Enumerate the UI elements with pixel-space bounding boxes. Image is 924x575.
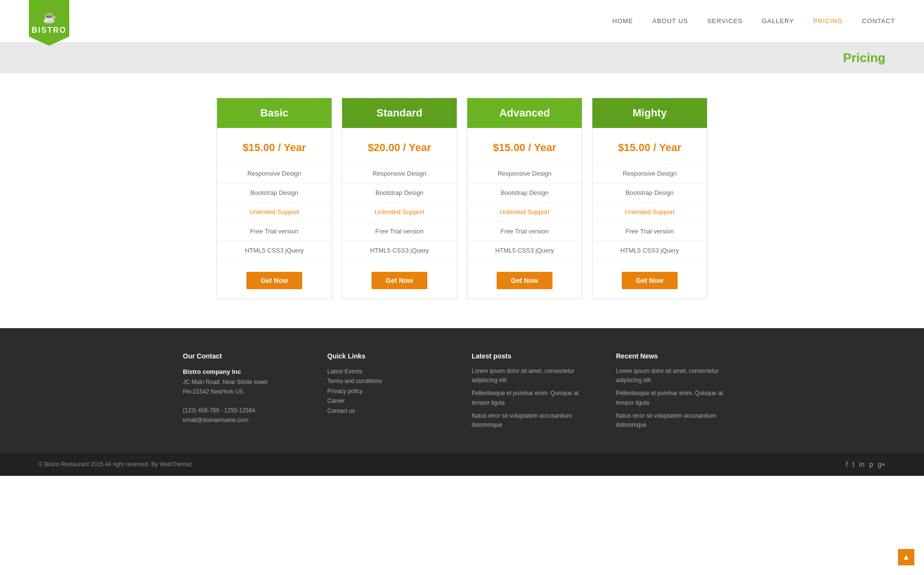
feature-mighty-3: Free Trial version — [592, 222, 707, 241]
card-features-standard: Responsive Design Bootstrap Design Unlim… — [342, 164, 457, 260]
feature-advanced-2: Unlimited Support — [467, 203, 582, 222]
feature-standard-1: Bootstrap Design — [342, 183, 457, 203]
footer-link-2[interactable]: Privacy policy — [327, 386, 452, 396]
nav-gallery[interactable]: GALLERY — [762, 17, 794, 25]
pinterest-icon[interactable]: p — [869, 460, 873, 468]
footer-news-2: Natus error sit voluptatem accusantium d… — [616, 411, 741, 430]
twitter-icon[interactable]: t — [852, 460, 854, 468]
footer-link-0[interactable]: Latest Events — [327, 367, 452, 376]
feature-mighty-0: Responsive Design — [592, 164, 707, 183]
card-header-basic: Basic — [217, 98, 332, 128]
footer-post-2: Natus error sit voluptatem accusantium d… — [472, 411, 597, 430]
card-title-basic: Basic — [222, 107, 327, 119]
feature-basic-4: HTML5 CSS3 jQuery — [217, 241, 332, 260]
nav-pricing[interactable]: PRICING — [813, 17, 843, 25]
feature-advanced-0: Responsive Design — [467, 164, 582, 183]
pricing-section: Basic $15.00 / Year Responsive Design Bo… — [0, 74, 924, 328]
nav-services[interactable]: SERVICES — [707, 17, 743, 25]
card-features-advanced: Responsive Design Bootstrap Design Unlim… — [467, 164, 582, 260]
social-links: f t in p g+ — [846, 460, 886, 468]
card-price-basic: $15.00 / Year — [243, 128, 306, 164]
footer-company-name: Bistro company Inc — [183, 367, 308, 377]
feature-basic-1: Bootstrap Design — [217, 183, 332, 203]
feature-advanced-4: HTML5 CSS3 jQuery — [467, 241, 582, 260]
card-header-advanced: Advanced — [467, 98, 582, 128]
card-title-advanced: Advanced — [472, 107, 577, 119]
footer-news-1: Pellentesque et pulvinar enim. Quisque a… — [616, 389, 741, 407]
card-btn-wrap-mighty: Get Now — [592, 260, 707, 299]
feature-basic-0: Responsive Design — [217, 164, 332, 183]
facebook-icon[interactable]: f — [846, 460, 848, 468]
feature-basic-2: Unlimited Support — [217, 203, 332, 222]
card-price-standard: $20.00 / Year — [368, 128, 431, 164]
footer-news-col: Recent News Lorem ipsum dolor sit amet, … — [616, 352, 741, 434]
logo-badge: ☕ BISTRO — [29, 0, 69, 46]
feature-mighty-4: HTML5 CSS3 jQuery — [592, 241, 707, 260]
logo-coffee-icon: ☕ — [43, 12, 56, 24]
footer-link-4[interactable]: Contact us — [327, 406, 452, 416]
footer-address2: Pin-21542 NewYork US. — [183, 387, 308, 396]
footer-post-1: Pellentesque et pulvinar enim. Quisque a… — [472, 389, 597, 407]
nav-home[interactable]: HOME — [612, 17, 633, 25]
get-now-advanced[interactable]: Get Now — [497, 272, 553, 289]
footer-address1: JC Main Road, Near Silnile tower — [183, 377, 308, 387]
logo-text: BISTRO — [32, 26, 66, 35]
nav-contact[interactable]: CONTACT — [862, 17, 895, 25]
footer-quicklinks-col: Quick Links Latest Events Terms and cond… — [327, 352, 452, 434]
footer-contact-heading: Our Contact — [183, 352, 308, 360]
footer-phone: (123) 456-789 - 1255-12584 — [183, 406, 308, 415]
main-nav: HOME ABOUT US SERVICES GALLERY PRICING C… — [612, 17, 895, 25]
footer-main: Our Contact Bistro company Inc JC Main R… — [0, 328, 924, 453]
feature-mighty-2: Unlimited Support — [592, 203, 707, 222]
feature-standard-4: HTML5 CSS3 jQuery — [342, 241, 457, 260]
card-title-mighty: Mighty — [597, 107, 702, 119]
footer-posts-col: Latest posts Lorem ipsum dolor sit amet,… — [472, 352, 597, 434]
footer-news-0: Lorem ipsum dolor sit amet, consectetur … — [616, 367, 741, 385]
card-btn-wrap-basic: Get Now — [217, 260, 332, 299]
feature-standard-2: Unlimited Support — [342, 203, 457, 222]
footer-bottom: © Bistro Restaurant 2015 All right reser… — [0, 453, 924, 476]
card-header-standard: Standard — [342, 98, 457, 128]
feature-basic-3: Free Trial version — [217, 222, 332, 241]
logo[interactable]: ☕ BISTRO — [29, 0, 69, 44]
feature-standard-3: Free Trial version — [342, 222, 457, 241]
footer-contact-col: Our Contact Bistro company Inc JC Main R… — [183, 352, 308, 434]
nav-about[interactable]: ABOUT US — [652, 17, 688, 25]
footer-link-3[interactable]: Career — [327, 396, 452, 406]
card-price-advanced: $15.00 / Year — [493, 128, 556, 164]
footer-post-0: Lorem ipsum dolor sit amet, consectetur … — [472, 367, 597, 385]
card-header-mighty: Mighty — [592, 98, 707, 128]
copyright-text: © Bistro Restaurant 2015 All right reser… — [38, 461, 192, 468]
pricing-card-advanced: Advanced $15.00 / Year Responsive Design… — [467, 98, 582, 299]
card-features-mighty: Responsive Design Bootstrap Design Unlim… — [592, 164, 707, 260]
feature-mighty-1: Bootstrap Design — [592, 183, 707, 203]
footer-news-heading: Recent News — [616, 352, 741, 360]
card-btn-wrap-advanced: Get Now — [467, 260, 582, 299]
pricing-card-basic: Basic $15.00 / Year Responsive Design Bo… — [217, 98, 332, 299]
footer-email: email@domainname.com — [183, 415, 308, 425]
footer-quicklinks-heading: Quick Links — [327, 352, 452, 360]
card-features-basic: Responsive Design Bootstrap Design Unlim… — [217, 164, 332, 260]
get-now-standard[interactable]: Get Now — [372, 272, 428, 289]
page-title: Pricing — [843, 51, 886, 65]
card-title-standard: Standard — [347, 107, 452, 119]
get-now-mighty[interactable]: Get Now — [622, 272, 678, 289]
feature-advanced-1: Bootstrap Design — [467, 183, 582, 203]
footer-link-1[interactable]: Terms and conditions — [327, 376, 452, 386]
pricing-card-mighty: Mighty $15.00 / Year Responsive Design B… — [592, 98, 707, 299]
card-price-mighty: $15.00 / Year — [618, 128, 681, 164]
feature-standard-0: Responsive Design — [342, 164, 457, 183]
hero-banner: Pricing — [0, 42, 924, 74]
feature-advanced-3: Free Trial version — [467, 222, 582, 241]
googleplus-icon[interactable]: g+ — [878, 460, 886, 468]
card-btn-wrap-standard: Get Now — [342, 260, 457, 299]
footer-posts-heading: Latest posts — [472, 352, 597, 360]
header: ☕ BISTRO HOME ABOUT US SERVICES GALLERY … — [0, 0, 924, 42]
linkedin-icon[interactable]: in — [859, 460, 864, 468]
pricing-card-standard: Standard $20.00 / Year Responsive Design… — [342, 98, 457, 299]
get-now-basic[interactable]: Get Now — [246, 272, 303, 289]
